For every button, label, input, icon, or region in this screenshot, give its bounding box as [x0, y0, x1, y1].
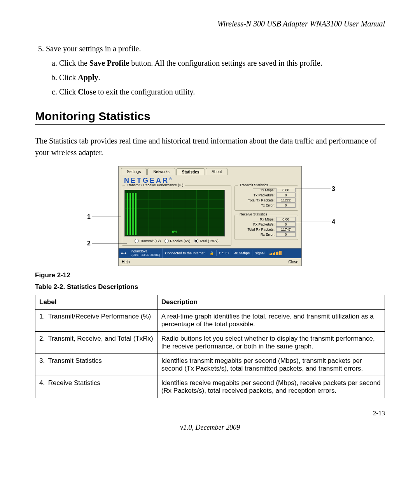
heading-rule	[35, 124, 385, 125]
step-5a: Click the Save Profile button. All the c…	[59, 57, 385, 69]
statistics-descriptions-table: Label Description 1. Transmit/Receive Pe…	[35, 295, 385, 398]
smart-wizard-window: Settings Networks Statistics About NETGE…	[118, 166, 302, 266]
status-indicator-icon: ●◦●	[119, 250, 129, 256]
step-5-text: Save your settings in a profile.	[46, 44, 141, 53]
signal-bars-icon	[267, 250, 284, 257]
footer-rule	[35, 407, 385, 407]
status-connection: Connected to the Internet	[163, 250, 207, 256]
table-row: 4. Receive Statistics Identifies receive…	[35, 376, 385, 398]
window-footer: Help Close	[119, 258, 301, 266]
rx-total-value: 11747	[276, 227, 296, 232]
rx-pkts-value: 0	[276, 222, 296, 227]
th-description: Description	[157, 295, 385, 309]
callout-2: 2	[87, 240, 91, 247]
tx-error-value: 0	[276, 203, 296, 208]
tab-networks[interactable]: Networks	[147, 168, 175, 175]
status-channel: Ch: 37	[217, 250, 232, 256]
rx-panel-title: Receive Statistics	[238, 212, 269, 216]
radio-total[interactable]: Total (TxRx)	[194, 239, 219, 243]
page-number: 2-13	[35, 410, 385, 417]
table-caption: Table 2-2. Statistics Descriptions	[35, 283, 385, 291]
step-5: Save your settings in a profile. Click t…	[46, 43, 385, 98]
running-header: Wireless-N 300 USB Adapter WNA3100 User …	[35, 19, 385, 31]
tx-pkts-value: 0	[276, 193, 296, 198]
status-rate: 40.5Mbps	[232, 250, 253, 256]
status-signal-label: Signal	[252, 250, 267, 256]
transmit-stats-panel: Transmit Statistics Tx Mbps:0.00 Tx Pack…	[234, 186, 298, 211]
section-heading: Monitoring Statistics	[35, 110, 385, 123]
receive-stats-panel: Receive Statistics Rx Mbps:0.00 Rx Packe…	[234, 215, 298, 240]
radio-receive[interactable]: Receive (Rx)	[164, 239, 190, 243]
version-footer: v1.0, December 2009	[35, 424, 385, 432]
callout-4: 4	[332, 219, 335, 226]
figure-caption: Figure 2-12	[35, 271, 385, 279]
tx-total-value: 11222	[276, 198, 296, 203]
radio-transmit[interactable]: Transmit (Tx)	[135, 239, 161, 243]
tab-statistics[interactable]: Statistics	[176, 168, 205, 175]
graph-zero-label: 0%	[172, 230, 177, 234]
table-row: 1. Transmit/Receive Performance (%) A re…	[35, 309, 385, 331]
status-ssid: nglan35v1 (00:1F:33:C7:4B:8E)	[129, 248, 163, 258]
rx-error-value: 0	[276, 232, 296, 237]
graph-panel-title: Transmit / Receive Performance (%)	[125, 183, 185, 187]
tab-about[interactable]: About	[206, 168, 228, 175]
tab-settings[interactable]: Settings	[121, 168, 147, 175]
tx-mbps-value: 0.00	[276, 188, 296, 192]
step-5c: Click Close to exit the configuration ut…	[59, 86, 385, 98]
tab-bar: Settings Networks Statistics About	[119, 166, 301, 175]
status-bar: ●◦● nglan35v1 (00:1F:33:C7:4B:8E) Connec…	[119, 248, 301, 258]
performance-graph: 0%	[124, 190, 225, 236]
figure-2-12: 1 2 3 4 Settings Networks Statistics Abo…	[89, 166, 331, 266]
help-link[interactable]: Help	[122, 260, 130, 264]
table-row: 3. Transmit Statistics Identifies transm…	[35, 354, 385, 376]
lock-icon: 🔒	[207, 250, 217, 256]
rx-mbps-value: 0.00	[276, 217, 296, 222]
callout-3: 3	[332, 186, 335, 192]
callout-1: 1	[87, 214, 91, 220]
step-5b: Click Apply.	[59, 72, 385, 84]
intro-paragraph: The Statistics tab provides real time an…	[35, 135, 385, 158]
tx-panel-title: Transmit Statistics	[238, 183, 270, 187]
th-label: Label	[35, 295, 158, 309]
graph-mode-radios: Transmit (Tx) Receive (Rx) Total (TxRx)	[124, 239, 229, 243]
close-link[interactable]: Close	[288, 260, 298, 264]
performance-graph-panel: Transmit / Receive Performance (%)	[122, 186, 231, 246]
table-row: 2. Transmit, Receive, and Total (TxRx) R…	[35, 331, 385, 354]
